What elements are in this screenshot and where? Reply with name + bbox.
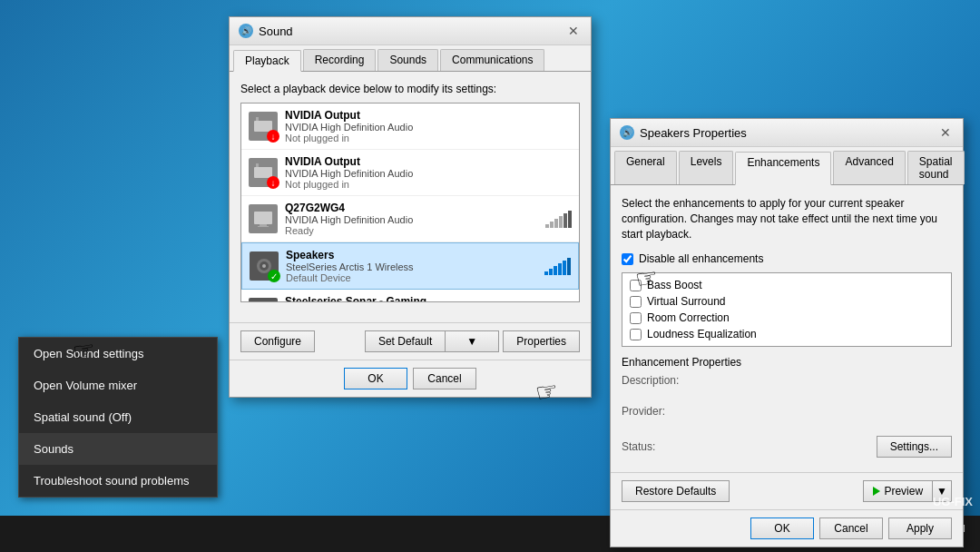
speakers-props-body: Select the enhancements to apply for you…: [611, 185, 963, 472]
speakers-dialog-tabs: General Levels Enhancements Advanced Spa…: [611, 147, 963, 185]
set-default-arrow-button[interactable]: ▼: [445, 330, 499, 352]
context-menu-item-spatial-sound[interactable]: Spatial sound (Off): [19, 401, 217, 433]
device-status-nvidia2: Not plugged in: [285, 179, 572, 190]
device-name-nvidia1: NVIDIA Output: [285, 109, 572, 122]
context-menu-item-sounds[interactable]: Sounds: [19, 433, 217, 465]
device-list[interactable]: ↓ NVIDIA Output NVIDIA High Definition A…: [240, 103, 580, 302]
preview-label: Preview: [884, 485, 923, 498]
enh-checkbox-bass-boost[interactable]: [630, 280, 642, 291]
sound-dialog-instruction: Select a playback device below to modify…: [240, 83, 580, 95]
device-item-sonar[interactable]: ↓ Steelseries Sonar - Gaming Steelseries…: [241, 290, 579, 302]
device-subname-speakers: SteelSeries Arctis 1 Wireless: [286, 261, 537, 272]
device-info-nvidia2: NVIDIA Output NVIDIA High Definition Aud…: [285, 155, 572, 190]
device-name-speakers: Speakers: [286, 249, 537, 261]
speakers-dialog: 🔊 Speakers Properties ✕ General Levels E…: [610, 118, 964, 547]
disable-all-label: Disable all enhancements: [639, 252, 763, 265]
description-row: Description:: [622, 374, 952, 401]
device-subname-nvidia1: NVIDIA High Definition Audio: [285, 122, 572, 133]
enh-label-loudness: Loudness Equalization: [647, 328, 757, 340]
sound-ok-button[interactable]: OK: [344, 368, 407, 389]
device-status-speakers: Default Device: [286, 272, 537, 283]
device-status-nvidia1: Not plugged in: [285, 133, 572, 143]
device-icon-nvidia2: ↓: [249, 158, 278, 187]
speakers-ok-button[interactable]: OK: [750, 518, 814, 539]
speakers-dialog-title: 🔊 Speakers Properties: [620, 125, 747, 140]
properties-button[interactable]: Properties: [503, 330, 580, 352]
enh-label-room-correction: Room Correction: [647, 311, 730, 324]
speakers-title-text: Speakers Properties: [640, 126, 747, 140]
sound-title-text: Sound: [259, 25, 293, 38]
svg-point-9: [262, 264, 266, 268]
speakers-apply-button[interactable]: Apply: [888, 518, 952, 539]
disable-all-checkbox[interactable]: [622, 253, 633, 265]
device-name-nvidia2: NVIDIA Output: [285, 155, 572, 168]
speakers-dialog-close-button[interactable]: ✕: [937, 124, 954, 141]
speakers-footer-left: Restore Defaults: [622, 480, 730, 502]
enh-item-room-correction[interactable]: Room Correction: [626, 310, 947, 326]
enh-label-virtual-surround: Virtual Surround: [647, 295, 726, 308]
tab-spatial-sound[interactable]: Spatial sound: [907, 151, 965, 184]
speakers-dialog-titlebar: 🔊 Speakers Properties ✕: [611, 119, 963, 147]
sound-dialog-close-button[interactable]: ✕: [565, 23, 582, 39]
speakers-ok-cancel-footer: OK Cancel Apply: [611, 509, 963, 547]
tab-communications[interactable]: Communications: [440, 49, 544, 71]
svg-rect-3: [256, 163, 259, 167]
settings-button[interactable]: Settings...: [877, 436, 952, 458]
device-item-nvidia2[interactable]: ↓ NVIDIA Output NVIDIA High Definition A…: [241, 150, 579, 196]
device-icon-nvidia1: ↓: [249, 112, 278, 141]
sound-dialog-footer: Configure Set Default ▼ Properties: [230, 322, 591, 360]
sound-dialog-title: 🔊 Sound: [239, 24, 293, 38]
tab-general[interactable]: General: [614, 151, 677, 184]
device-info-q27: Q27G2WG4 NVIDIA High Definition Audio Re…: [285, 202, 538, 236]
description-label: Description:: [622, 374, 694, 387]
volume-bars-speakers: [544, 257, 571, 275]
device-name-sonar: Steelseries Sonar - Gaming: [285, 295, 572, 302]
enh-item-virtual-surround[interactable]: Virtual Surround: [626, 293, 947, 310]
preview-main-button[interactable]: Preview: [863, 480, 932, 502]
enh-checkbox-virtual-surround[interactable]: [630, 296, 642, 308]
tab-sounds[interactable]: Sounds: [377, 49, 438, 71]
tab-levels[interactable]: Levels: [679, 151, 734, 184]
tab-playback[interactable]: Playback: [233, 50, 301, 72]
device-item-nvidia1[interactable]: ↓ NVIDIA Output NVIDIA High Definition A…: [241, 104, 579, 150]
tab-enhancements[interactable]: Enhancements: [735, 152, 831, 185]
sound-footer-left: Configure: [240, 330, 315, 352]
enh-checkbox-room-correction[interactable]: [630, 312, 642, 324]
sound-dialog-tabs: Playback Recording Sounds Communications: [230, 45, 591, 72]
enh-item-loudness[interactable]: Loudness Equalization: [626, 326, 947, 342]
provider-row: Provider:: [622, 405, 952, 432]
tab-advanced[interactable]: Advanced: [833, 151, 905, 184]
enh-item-bass-boost[interactable]: Bass Boost: [626, 277, 947, 293]
device-subname-q27: NVIDIA High Definition Audio: [285, 214, 538, 225]
device-item-q27[interactable]: Q27G2WG4 NVIDIA High Definition Audio Re…: [241, 196, 579, 242]
set-default-button[interactable]: Set Default: [365, 330, 445, 352]
set-default-split: Set Default ▼: [365, 330, 499, 352]
context-menu-item-volume-mixer[interactable]: Open Volume mixer: [19, 370, 217, 401]
badge-speakers: ✓: [268, 270, 280, 282]
sound-ok-cancel-footer: OK Cancel: [230, 360, 591, 397]
provider-value: [694, 405, 952, 432]
enh-label-bass-boost: Bass Boost: [647, 279, 702, 291]
context-menu-item-open-sound[interactable]: Open Sound settings: [19, 338, 217, 370]
device-subname-nvidia2: NVIDIA High Definition Audio: [285, 168, 572, 179]
restore-defaults-button[interactable]: Restore Defaults: [622, 480, 730, 502]
badge-nvidia1: ↓: [267, 130, 279, 143]
sound-footer-right: Set Default ▼ Properties: [365, 330, 580, 352]
context-menu-item-troubleshoot[interactable]: Troubleshoot sound problems: [19, 465, 217, 497]
svg-rect-1: [256, 117, 259, 121]
tab-recording[interactable]: Recording: [303, 49, 377, 71]
device-icon-sonar: ↓: [249, 298, 278, 302]
sound-dialog: 🔊 Sound ✕ Playback Recording Sounds Comm…: [229, 16, 592, 398]
enhancement-properties-heading: Enhancement Properties: [622, 356, 952, 369]
disable-all-row: Disable all enhancements: [622, 252, 952, 265]
device-icon-q27: [249, 204, 278, 233]
status-label: Status:: [622, 440, 694, 453]
svg-rect-5: [260, 224, 267, 226]
sound-cancel-button[interactable]: Cancel: [413, 368, 476, 389]
status-row: Status: Settings...: [622, 436, 952, 458]
speakers-cancel-button[interactable]: Cancel: [819, 518, 883, 539]
svg-rect-4: [254, 212, 272, 224]
device-item-speakers[interactable]: ✓ Speakers SteelSeries Arctis 1 Wireless…: [241, 242, 579, 290]
configure-button[interactable]: Configure: [240, 330, 315, 352]
enh-checkbox-loudness[interactable]: [630, 329, 642, 340]
